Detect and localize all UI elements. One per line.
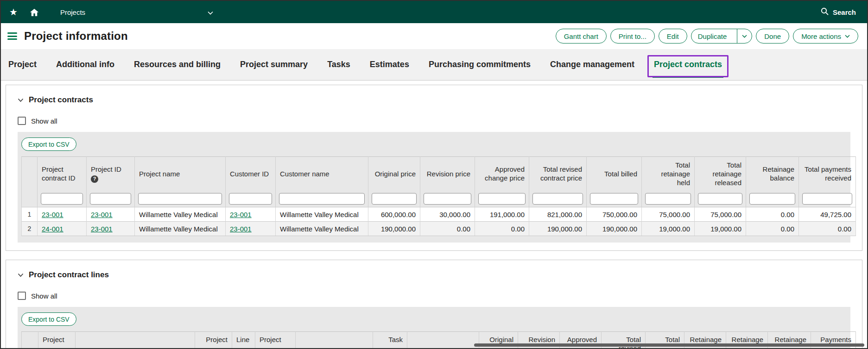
filter-cell — [420, 191, 475, 207]
page-menu-icon[interactable] — [7, 31, 17, 42]
tab-label: Tasks — [327, 60, 350, 69]
home-icon[interactable] — [30, 8, 39, 17]
filter-cell-empty — [22, 191, 38, 207]
duplicate-dropdown-button[interactable] — [737, 29, 752, 43]
column-header[interactable] — [296, 332, 373, 349]
column-header-customer-id[interactable]: Customer ID — [226, 157, 276, 191]
filter-input-original-price[interactable] — [372, 193, 417, 205]
tab-additional-info[interactable]: Additional info — [56, 49, 114, 80]
cell-original-price: 190,000.00 — [368, 222, 420, 236]
more-actions-button[interactable]: More actions — [793, 29, 858, 44]
search-button[interactable]: Search — [821, 7, 856, 17]
customer-id-link[interactable]: 23-001 — [230, 211, 252, 218]
horizontal-scrollbar[interactable] — [474, 343, 864, 347]
column-header-total-billed[interactable]: Total billed — [587, 157, 642, 191]
help-icon[interactable]: ? — [91, 175, 98, 183]
filter-input-customer-id[interactable] — [229, 193, 272, 205]
tab-project-summary[interactable]: Project summary — [240, 49, 308, 80]
filter-input-project-contract-id[interactable] — [41, 193, 83, 205]
collapse-chevron-icon[interactable] — [18, 98, 24, 102]
column-header-project-name[interactable]: Project name — [135, 157, 226, 191]
filter-input-project-name[interactable] — [138, 193, 222, 205]
filter-cell — [226, 191, 276, 207]
customer-id-link[interactable]: 23-001 — [230, 225, 252, 233]
section-title: Project contract lines — [29, 270, 109, 280]
column-header[interactable] — [76, 332, 195, 349]
column-header[interactable] — [407, 332, 479, 349]
project-id-link[interactable]: 23-001 — [91, 211, 113, 218]
tab-project-contracts[interactable]: Project contracts — [654, 49, 722, 80]
column-header[interactable]: Task — [373, 332, 407, 349]
section-header: Project contract lines — [18, 260, 850, 280]
cell-customer-id: 23-001 — [226, 207, 276, 222]
column-header-total-revised-contract-price[interactable]: Total revised contract price — [529, 157, 587, 191]
filter-input-customer-name[interactable] — [279, 193, 365, 205]
collapse-chevron-icon[interactable] — [18, 273, 24, 277]
column-header-revision-price[interactable]: Revision price — [420, 157, 475, 191]
chevron-down-icon — [208, 8, 213, 16]
filter-input-total-retainage-released[interactable] — [698, 193, 742, 205]
tab-resources-and-billing[interactable]: Resources and billing — [134, 49, 221, 80]
filter-row — [22, 191, 856, 207]
column-header[interactable]: Project — [255, 332, 296, 349]
column-header[interactable]: Project — [38, 332, 76, 349]
show-all-checkbox[interactable] — [18, 292, 26, 300]
project-contract-id-link[interactable]: 23-001 — [42, 211, 63, 218]
filter-input-total-retainage-held[interactable] — [645, 193, 691, 205]
column-header-total-payments-received[interactable]: Total payments received — [799, 157, 856, 191]
project-id-link[interactable]: 23-001 — [91, 225, 113, 233]
edit-button[interactable]: Edit — [659, 29, 687, 44]
filter-cell — [695, 191, 746, 207]
project-contract-id-link[interactable]: 24-001 — [42, 225, 63, 233]
filter-cell — [475, 191, 529, 207]
filter-input-total-billed[interactable] — [590, 193, 638, 205]
search-icon — [821, 7, 829, 17]
show-all-label: Show all — [31, 292, 57, 300]
filter-input-revision-price[interactable] — [424, 193, 471, 205]
column-header-approved-change-price[interactable]: Approved change price — [475, 157, 529, 191]
cell-total-revised-contract-price: 821,000.00 — [529, 207, 587, 222]
column-header-customer-name[interactable]: Customer name — [276, 157, 368, 191]
column-header-retainage-balance[interactable]: Retainage balance — [746, 157, 799, 191]
show-all-label: Show all — [31, 117, 57, 125]
filter-input-approved-change-price[interactable] — [478, 193, 526, 205]
column-header-project-contract-id[interactable]: Project contract ID — [38, 157, 87, 191]
column-header-total-retainage-released[interactable]: Total retainage released — [695, 157, 746, 191]
column-header-total-retainage-held[interactable]: Total retainage held — [642, 157, 695, 191]
table-row: 1 23-001 23-001 Willamette Valley Medica… — [22, 207, 856, 222]
table-row: 2 24-001 23-001 Willamette Valley Medica… — [22, 222, 856, 236]
filter-input-project-id[interactable] — [90, 193, 131, 205]
tab-purchasing-commitments[interactable]: Purchasing commitments — [429, 49, 531, 80]
column-header-original-price[interactable]: Original price — [368, 157, 420, 191]
more-actions-label: More actions — [801, 32, 841, 40]
cell-total-billed: 750,000.00 — [587, 207, 642, 222]
favorites-star-icon[interactable]: ★ — [9, 7, 18, 17]
row-number: 2 — [22, 222, 38, 236]
cell-customer-name: Willamette Valley Medical — [276, 207, 368, 222]
gantt-chart-button[interactable]: Gantt chart — [556, 29, 607, 44]
export-to-csv-button[interactable]: Export to CSV — [21, 312, 76, 326]
column-header[interactable]: Project — [195, 332, 232, 349]
export-to-csv-button[interactable]: Export to CSV — [21, 137, 76, 151]
tab-change-management[interactable]: Change management — [550, 49, 634, 80]
column-header[interactable]: Line — [232, 332, 255, 349]
filter-input-total-revised-contract-price[interactable] — [532, 193, 583, 205]
cell-revision-price: 0.00 — [420, 222, 475, 236]
tab-estimates[interactable]: Estimates — [370, 49, 409, 80]
cell-revision-price: 30,000.00 — [420, 207, 475, 222]
duplicate-button[interactable]: Duplicate — [691, 29, 734, 43]
tab-tasks[interactable]: Tasks — [327, 49, 350, 80]
filter-input-total-payments-received[interactable] — [802, 193, 852, 205]
done-button[interactable]: Done — [756, 29, 789, 44]
show-all-checkbox[interactable] — [18, 117, 26, 125]
print-to-button[interactable]: Print to... — [610, 29, 655, 44]
row-number-header — [22, 157, 38, 191]
filter-input-retainage-balance[interactable] — [749, 193, 795, 205]
section-header: Project contracts — [18, 85, 850, 105]
tab-label: Additional info — [56, 60, 114, 69]
tab-project[interactable]: Project — [8, 49, 37, 80]
cell-project-id: 23-001 — [87, 222, 135, 236]
projects-dropdown[interactable]: Projects — [60, 8, 213, 16]
cell-retainage-balance: 0.00 — [746, 207, 799, 222]
column-header-project-id[interactable]: Project ID ? — [87, 157, 135, 191]
